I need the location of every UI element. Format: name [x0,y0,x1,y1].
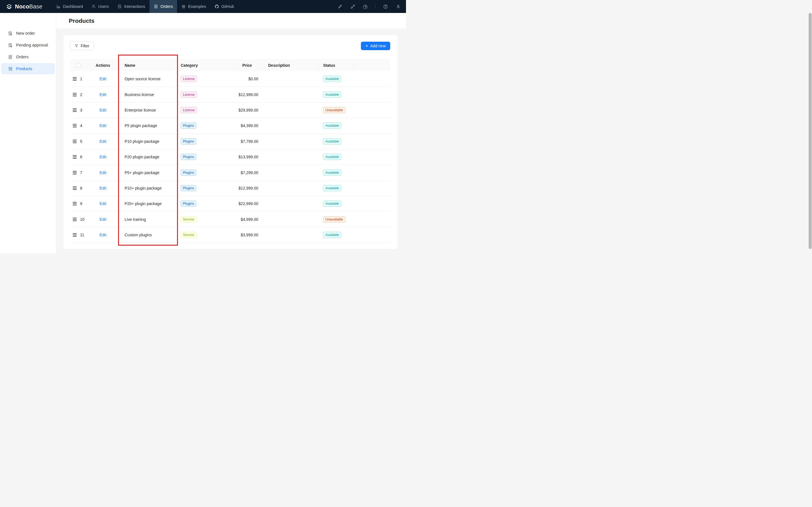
sidebar-item-new-order[interactable]: New order [1,27,55,39]
edit-link[interactable]: Edit [100,186,106,190]
product-name: P10 plugin package [118,139,178,144]
row-actions-cell: Edit [87,186,118,190]
nav-divider [375,4,375,9]
page-header: Products [56,13,406,29]
drag-handle-icon[interactable] [73,140,77,143]
product-price: $22,999.00 [232,202,262,206]
select-all-checkbox[interactable] [77,63,81,68]
github-icon [214,4,219,9]
product-name: P20+ plugin package [118,202,178,206]
table-row: 3 Edit Enterprise license License $29,99… [70,103,390,118]
highlighter-icon[interactable] [337,4,343,9]
filter-button[interactable]: Filter [70,42,94,50]
product-price: $13,999.00 [232,155,262,159]
product-name: Live training [118,217,178,222]
sidebar-item-products[interactable]: Products [1,63,55,74]
edit-link[interactable]: Edit [100,217,106,222]
header-status: Status [319,59,353,71]
edit-link[interactable]: Edit [100,155,106,159]
row-actions-cell: Edit [87,217,118,222]
row-actions-cell: Edit [87,233,118,237]
category-tag: Plugins [181,185,196,191]
row-number: 5 [80,139,82,144]
row-actions-cell: Edit [87,93,118,97]
row-actions-cell: Edit [87,155,118,159]
row-category-cell: Plugins [178,122,232,129]
row-select-cell: 9 [70,202,87,206]
product-price: $7,299.00 [232,170,262,175]
row-number: 3 [80,108,82,112]
nav-item-interactions[interactable]: Interactions [113,0,149,13]
nav-item-examples[interactable]: Examples [177,0,210,13]
category-tag: Service [181,232,197,238]
row-number: 1 [80,76,82,81]
status-tag: Available [323,138,341,145]
nocobase-logo[interactable]: NocoBase [0,0,47,13]
status-tag: Unavailable [323,216,345,223]
row-select-cell: 7 [70,170,87,175]
nav-item-dashboard[interactable]: Dashboard [52,0,87,13]
product-price: $0.00 [232,76,262,81]
row-actions-cell: Edit [87,139,118,144]
drag-handle-icon[interactable] [73,155,77,159]
row-select-cell: 11 [70,233,87,237]
row-number: 8 [80,186,82,190]
table-toolbar: Filter + Add new [70,42,390,50]
nav-item-github[interactable]: GitHub [210,0,238,13]
table-row: 6 Edit P20 plugin package Plugins $13,99… [70,149,390,165]
drag-handle-icon[interactable] [73,186,77,190]
status-tag: Available [323,201,341,207]
row-select-cell: 8 [70,186,87,190]
edit-link[interactable]: Edit [100,139,106,144]
table-row: 11 Edit Custom plugins Service $3,999.00… [70,227,390,243]
row-status-cell: Available [319,185,353,191]
edit-link[interactable]: Edit [100,93,106,97]
form-person-icon [8,43,13,48]
drag-handle-icon[interactable] [73,124,77,127]
drag-handle-icon[interactable] [73,108,77,112]
table-row: 7 Edit P5+ plugin package Plugins $7,299… [70,165,390,180]
plug-icon[interactable] [350,4,356,9]
table-row: 10 Edit Live training Service $4,999.00 … [70,212,390,227]
help-icon[interactable] [383,4,388,9]
edit-link[interactable]: Edit [100,76,106,81]
row-actions-cell: Edit [87,123,118,128]
filter-funnel-icon [74,44,79,48]
add-new-button[interactable]: + Add new [361,42,390,50]
row-actions-cell: Edit [87,76,118,81]
gear-icon[interactable] [363,4,368,9]
row-select-cell: 5 [70,139,87,144]
nav-item-orders[interactable]: Orders [149,0,177,13]
row-status-cell: Available [319,154,353,160]
blocks-plus-icon [8,66,13,71]
edit-link[interactable]: Edit [100,123,106,128]
row-number: 4 [80,123,82,128]
sidebar-item-pending-approval[interactable]: Pending approval [1,40,55,51]
drag-handle-icon[interactable] [73,171,77,174]
drag-handle-icon[interactable] [73,93,77,96]
form-person-icon [8,31,13,36]
nav-item-users[interactable]: Users [87,0,113,13]
category-tag: License [181,107,197,113]
edit-link[interactable]: Edit [100,202,106,206]
edit-link[interactable]: Edit [100,233,106,237]
row-category-cell: License [178,76,232,82]
row-actions-cell: Edit [87,108,118,112]
product-price: $4,399.00 [232,123,262,128]
table-header-row: Actions Name Category Price Description … [70,59,390,71]
sidebar-item-orders[interactable]: Orders [1,51,55,62]
row-select-cell: 1 [70,76,87,81]
edit-link[interactable]: Edit [100,170,106,175]
products-table: Actions Name Category Price Description … [70,59,390,243]
product-price: $3,999.00 [232,233,262,237]
edit-link[interactable]: Edit [100,108,106,112]
drag-handle-icon[interactable] [73,77,77,80]
drag-handle-icon[interactable] [73,202,77,205]
drag-handle-icon[interactable] [73,218,77,221]
user-icon[interactable] [395,4,401,9]
drag-handle-icon[interactable] [73,233,77,237]
nocobase-logo-text: NocoBase [15,3,42,10]
product-price: $29,999.00 [232,108,262,112]
row-status-cell: Available [319,92,353,98]
status-tag: Available [323,232,341,238]
